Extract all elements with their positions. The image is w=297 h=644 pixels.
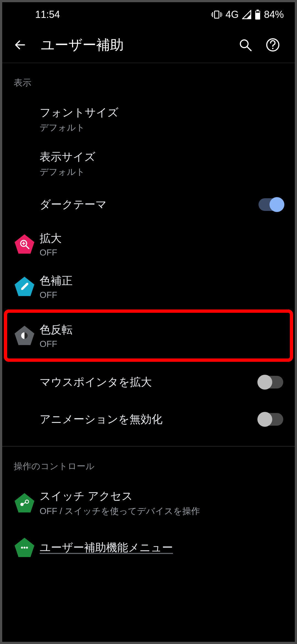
row-display-size[interactable]: 表示サイズ デフォルト [2,142,295,186]
row-title: ユーザー補助機能メニュー [40,540,283,555]
battery-label: 84% [264,9,284,20]
color-correction-icon [14,276,35,297]
row-title: マウスポインタを拡大 [40,374,258,390]
row-sub: OFF [40,290,283,300]
svg-point-23 [25,500,29,503]
row-title: フォントサイズ [40,105,283,120]
row-dark-theme[interactable]: ダークテーマ [2,186,295,223]
row-color-inversion[interactable]: 色反転 OFF [7,313,290,358]
svg-line-16 [26,246,29,249]
back-button[interactable] [10,35,30,55]
status-time: 11:54 [13,9,60,20]
row-magnification[interactable]: 拡大 OFF [2,223,295,265]
svg-rect-5 [257,10,259,11]
app-header: ユーザー補助 [2,27,295,63]
svg-line-9 [247,47,251,51]
row-sub: デフォルト [40,122,283,134]
toggle-disable-animations[interactable] [258,413,283,426]
search-button[interactable] [237,37,254,53]
switch-access-icon [14,492,35,514]
help-icon [266,38,280,52]
signal-icon [242,10,251,19]
row-title: 拡大 [40,231,283,246]
svg-point-18 [26,283,28,285]
row-title: ダークテーマ [40,197,258,212]
status-right: 4G 84% [211,9,284,20]
toggle-large-pointer[interactable] [258,376,283,388]
section-label-display: 表示 [2,63,295,97]
row-disable-animations[interactable]: アニメーションを無効化 [2,401,295,438]
svg-rect-0 [215,11,219,18]
row-sub: デフォルト [40,166,283,178]
svg-point-11 [272,48,274,49]
row-title: 色反転 [40,322,283,337]
section-label-controls: 操作のコントロール [2,447,295,481]
row-font-size[interactable]: フォントサイズ デフォルト [2,97,295,142]
row-title: 色補正 [40,273,283,288]
magnification-icon [14,233,35,255]
status-bar: 11:54 4G 84% [2,2,295,27]
help-button[interactable] [265,37,281,53]
highlight-color-inversion: 色反転 OFF [4,309,293,362]
toggle-dark-theme[interactable] [258,198,283,211]
row-accessibility-menu[interactable]: ユーザー補助機能メニュー [2,525,295,562]
row-color-correction[interactable]: 色補正 OFF [2,265,295,308]
row-sub: OFF [40,339,283,349]
row-sub: OFF / スイッチを使ってデバイスを操作 [40,505,283,517]
network-label: 4G [226,9,239,20]
row-title: スイッチ アクセス [40,488,283,504]
row-sub: OFF [40,248,283,258]
svg-point-26 [21,547,23,548]
accessibility-menu-icon [14,537,35,558]
battery-icon [255,10,261,20]
row-large-pointer[interactable]: マウスポインタを拡大 [2,363,295,401]
color-inversion-icon [14,325,35,346]
page-title: ユーザー補助 [30,36,237,54]
row-title: 表示サイズ [40,149,283,164]
svg-point-28 [26,547,28,548]
svg-point-22 [20,503,24,506]
row-switch-access[interactable]: スイッチ アクセス OFF / スイッチを使ってデバイスを操作 [2,481,295,525]
svg-rect-7 [256,11,260,13]
row-title: アニメーションを無効化 [40,412,258,427]
search-icon [238,38,252,52]
svg-point-27 [24,547,26,548]
vibrate-icon [211,10,222,19]
arrow-left-icon [13,38,27,51]
